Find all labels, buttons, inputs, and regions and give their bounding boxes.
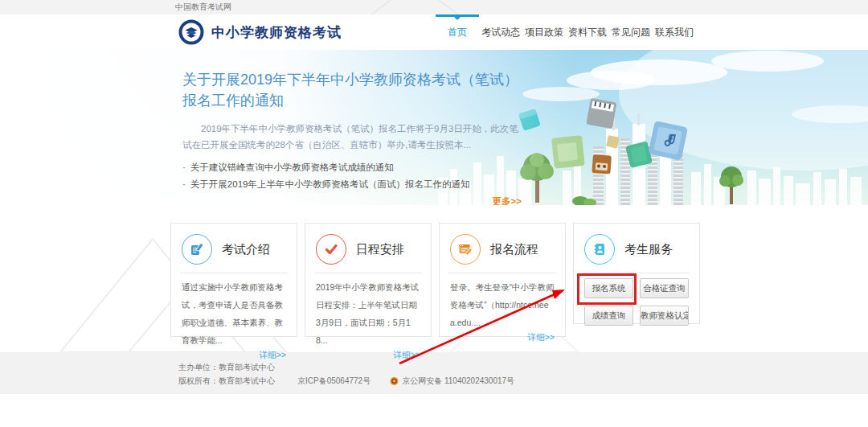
divider (448, 273, 556, 273)
card-candidate-services: 考生服务 报名系统 合格证查询 成绩查询 教师资格认定 (573, 223, 700, 324)
divider (314, 273, 422, 273)
detail-link[interactable]: 详细>> (316, 350, 420, 361)
book-stack-emblem-icon (178, 19, 204, 45)
score-query-button[interactable]: 成绩查询 (584, 306, 633, 326)
card-title: 考试介绍 (222, 242, 270, 257)
certificate-query-button[interactable]: 合格证查询 (640, 278, 689, 298)
footer-icp: 京ICP备05064772号 (297, 374, 371, 388)
footer: 主办单位：教育部考试中心 版权所有：教育部考试中心 京ICP备05064772号… (0, 352, 868, 394)
card-registration-process: 报名流程 登录。考生登录“中小学教师资格考试”（http://ntce.neea… (439, 223, 566, 337)
checkmark-icon (316, 234, 346, 265)
nav-item-downloads[interactable]: 资料下载 (566, 14, 609, 50)
nav-item-policies[interactable]: 项目政策 (522, 14, 566, 50)
detail-link[interactable]: 详细>> (450, 332, 555, 343)
detail-link[interactable]: 详细>> (182, 350, 286, 361)
nav-item-home[interactable]: 首页 (436, 14, 479, 50)
topbar: 中国教育考试网 (0, 0, 868, 14)
card-body-text: 通过实施中小学教师资格考试，考查申请人是否具备教师职业道德、基本素养、教育教学能… (182, 278, 286, 349)
footer-security-link[interactable]: 京公网安备 11040202430017号 (390, 374, 514, 388)
announcement-summary: 2019年下半年中小学教师资格考试（笔试）报名工作将于9月3日开始，此次笔试在已… (182, 121, 522, 153)
banner-text-block: 关于开展2019年下半年中小学教师资格考试（笔试）报名工作的通知 2019年下半… (182, 69, 522, 205)
footer-organizer: 主办单位：教育部考试中心 (178, 360, 275, 374)
footer-security-text: 京公网安备 11040202430017号 (402, 374, 514, 388)
card-body-text: 2019年中小学教师资格考试日程安排：上半年笔试日期3月9日，面试日期：5月18… (316, 278, 420, 349)
cards-row: 考试介绍 通过实施中小学教师资格考试，考查申请人是否具备教师职业道德、基本素养、… (170, 223, 700, 337)
announcement-list: 关于建议错峰查询中小学教师资格考试成绩的通知 关于开展2019年上半年中小学教师… (182, 159, 522, 192)
site-title: 中小学教师资格考试 (211, 23, 342, 42)
teacher-certification-button[interactable]: 教师资格认定 (640, 306, 689, 326)
divider (583, 273, 690, 273)
main-nav: 首页 考试动态 项目政策 资料下载 常见问题 联系我们 (436, 14, 696, 50)
contact-card-icon (584, 234, 615, 265)
footer-copyright: 版权所有：教育部考试中心 (178, 374, 275, 388)
announcement-link[interactable]: 关于建议错峰查询中小学教师资格考试成绩的通知 (182, 159, 522, 176)
document-pen-icon (182, 234, 212, 265)
card-exam-intro: 考试介绍 通过实施中小学教师资格考试，考查申请人是否具备教师职业道德、基本素养、… (170, 223, 297, 337)
site-brand[interactable]: 中小学教师资格考试 (178, 19, 342, 45)
main-section: 考试介绍 通过实施中小学教师资格考试，考查申请人是否具备教师职业道德、基本素养、… (0, 205, 868, 352)
divider (180, 273, 288, 273)
public-security-emblem-icon (390, 376, 399, 386)
card-body-text: 登录。考生登录“中小学教师资格考试”（http://ntce.neea.edu.… (450, 278, 555, 331)
card-title: 日程安排 (356, 242, 404, 257)
more-link[interactable]: 更多>> (182, 195, 522, 205)
header: 中小学教师资格考试 首页 考试动态 项目政策 资料下载 常见问题 联系我们 (0, 14, 868, 50)
nav-item-exam-news[interactable]: 考试动态 (479, 14, 522, 50)
announcement-link[interactable]: 关于开展2019年上半年中小学教师资格考试（面试）报名工作的通知 (182, 176, 522, 193)
mountain-watermark (0, 0, 868, 14)
hero-banner: 关于开展2019年下半年中小学教师资格考试（笔试）报名工作的通知 2019年下半… (0, 50, 868, 205)
card-title: 报名流程 (490, 242, 538, 257)
registration-system-button[interactable]: 报名系统 (584, 278, 633, 298)
nav-item-faq[interactable]: 常见问题 (609, 14, 653, 50)
card-schedule: 日程安排 2019年中小学教师资格考试日程安排：上半年笔试日期3月9日，面试日期… (305, 223, 432, 337)
browser-edit-icon (450, 234, 481, 265)
card-title: 考生服务 (624, 242, 673, 257)
service-buttons: 报名系统 合格证查询 成绩查询 教师资格认定 (584, 278, 689, 326)
nav-item-contact[interactable]: 联系我们 (653, 14, 696, 50)
announcement-title[interactable]: 关于开展2019年下半年中小学教师资格考试（笔试）报名工作的通知 (182, 69, 522, 111)
